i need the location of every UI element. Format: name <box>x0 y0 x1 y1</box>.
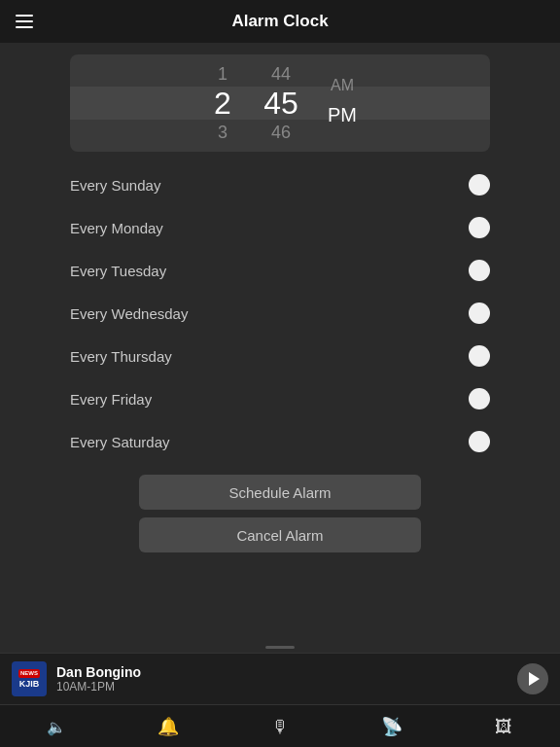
hour-above1: 1 <box>218 59 228 89</box>
day-friday: Every Friday <box>0 377 560 420</box>
page-title: Alarm Clock <box>231 12 328 31</box>
day-tuesday-radio[interactable] <box>469 260 490 281</box>
player-show-time: 10AM-1PM <box>56 680 508 694</box>
play-button[interactable] <box>517 663 548 694</box>
min-below2: 47 <box>273 147 289 152</box>
day-wednesday-radio[interactable] <box>469 302 490 324</box>
menu-button[interactable] <box>16 15 33 28</box>
mic-icon <box>271 715 289 737</box>
day-thursday-label: Every Thursday <box>70 348 172 365</box>
hour-below1: 3 <box>218 118 228 147</box>
wifi-nav-button[interactable] <box>370 705 413 748</box>
hour-below2: 4 <box>219 147 227 152</box>
player-name: Dan Bongino <box>56 664 508 680</box>
day-thursday: Every Thursday <box>0 335 560 377</box>
image-nav-button[interactable] <box>482 705 525 748</box>
day-saturday-radio[interactable] <box>469 431 490 452</box>
volume-nav-button[interactable] <box>35 705 78 748</box>
player-info: Dan Bongino 10AM-1PM <box>56 664 508 694</box>
bell-nav-button[interactable] <box>147 705 190 748</box>
header: Alarm Clock <box>0 0 560 43</box>
ampm-selected: PM <box>328 100 357 129</box>
hour-selected: 2 <box>214 89 231 118</box>
day-monday-label: Every Monday <box>70 220 163 236</box>
day-saturday-label: Every Saturday <box>70 434 170 450</box>
day-tuesday: Every Tuesday <box>0 249 560 292</box>
day-sunday: Every Sunday <box>0 163 560 206</box>
image-icon <box>495 715 512 737</box>
day-wednesday: Every Wednesday <box>0 292 560 335</box>
schedule-alarm-button[interactable]: Schedule Alarm <box>139 475 421 510</box>
play-icon <box>529 672 540 686</box>
hour-column[interactable]: 12 1 2 3 4 <box>193 54 252 152</box>
volume-icon <box>47 715 66 737</box>
min-selected: 45 <box>263 89 298 118</box>
minute-column[interactable]: 43 44 45 46 47 <box>252 54 310 152</box>
drag-handle[interactable] <box>265 646 295 649</box>
ampm-am: AM <box>331 71 354 100</box>
time-picker[interactable]: 12 1 2 3 4 43 44 45 46 47 AM PM <box>70 54 490 152</box>
day-sunday-label: Every Sunday <box>70 177 160 194</box>
call-sign: KJIB <box>19 679 40 690</box>
bottom-nav <box>0 704 560 747</box>
day-thursday-radio[interactable] <box>469 345 490 367</box>
day-sunday-radio[interactable] <box>469 174 490 196</box>
wifi-icon <box>381 715 402 737</box>
day-saturday: Every Saturday <box>0 420 560 463</box>
action-buttons: Schedule Alarm Cancel Alarm <box>0 475 560 552</box>
station-logo: NEWS KJIB <box>12 661 47 696</box>
cancel-alarm-button[interactable]: Cancel Alarm <box>139 517 421 552</box>
day-monday: Every Monday <box>0 206 560 249</box>
player-bar: NEWS KJIB Dan Bongino 10AM-1PM <box>0 653 560 704</box>
day-list: Every Sunday Every Monday Every Tuesday … <box>0 163 560 463</box>
mic-nav-button[interactable] <box>259 705 301 748</box>
day-tuesday-label: Every Tuesday <box>70 263 166 279</box>
news-badge: NEWS <box>18 669 40 678</box>
min-above1: 44 <box>271 59 291 89</box>
day-monday-radio[interactable] <box>469 217 490 238</box>
day-friday-label: Every Friday <box>70 391 152 408</box>
min-below1: 46 <box>271 118 291 147</box>
bell-icon <box>158 715 179 737</box>
day-friday-radio[interactable] <box>469 388 490 409</box>
ampm-column[interactable]: AM PM <box>318 54 367 152</box>
day-wednesday-label: Every Wednesday <box>70 305 188 322</box>
